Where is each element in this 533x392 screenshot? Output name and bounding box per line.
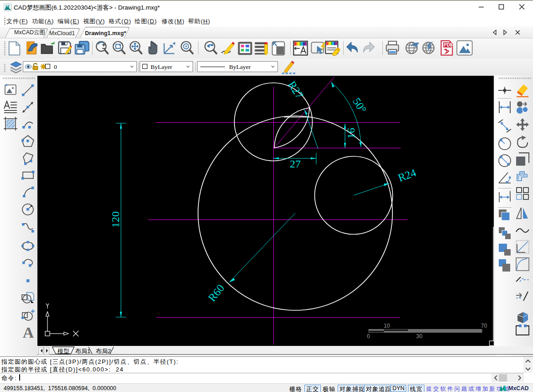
svg-text:R24: R24 [397,167,418,184]
svg-text:30: 30 [416,333,423,340]
svg-text:R60: R60 [206,282,226,303]
svg-text:16: 16 [345,128,357,139]
svg-text:10: 10 [384,323,390,329]
svg-text:R27: R27 [286,79,306,101]
svg-text:120: 120 [110,211,121,228]
svg-text:70: 70 [481,323,487,329]
svg-text:PDF: PDF [444,42,453,47]
svg-text:0: 0 [367,333,370,340]
svg-text:27: 27 [290,158,301,170]
